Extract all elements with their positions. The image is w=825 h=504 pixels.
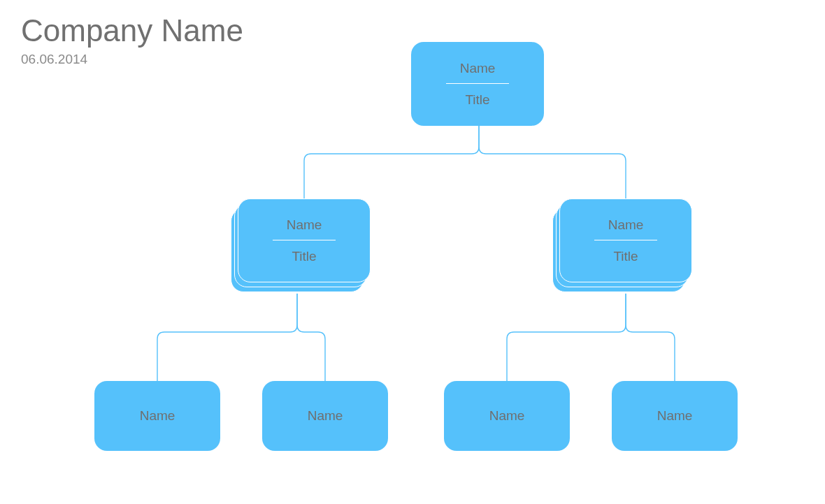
node-name: Name: [489, 408, 525, 424]
date-label: 06.06.2014: [21, 52, 243, 67]
org-node-manager: Name Title: [552, 199, 685, 293]
org-node-leaf: Name: [444, 381, 570, 451]
node-name: Name: [460, 61, 496, 76]
org-node-root: Name Title: [411, 42, 544, 126]
node-name: Name: [308, 408, 343, 424]
node-name: Name: [608, 217, 644, 233]
stack-layer-top: Name Title: [559, 199, 692, 282]
org-node-leaf: Name: [94, 381, 220, 451]
org-node-manager: Name Title: [231, 199, 364, 293]
node-divider: [273, 240, 336, 240]
org-node-leaf: Name: [612, 381, 738, 451]
node-divider: [594, 240, 657, 240]
org-node-leaf: Name: [262, 381, 388, 451]
node-divider: [446, 83, 509, 84]
node-title: Title: [465, 92, 489, 108]
node-title: Title: [292, 249, 316, 264]
node-title: Title: [613, 249, 638, 264]
company-name: Company Name: [21, 14, 243, 48]
node-name: Name: [657, 408, 693, 424]
node-name: Name: [140, 408, 175, 424]
header: Company Name 06.06.2014: [21, 14, 243, 67]
stack-layer-top: Name Title: [238, 199, 371, 282]
node-name: Name: [287, 217, 322, 233]
